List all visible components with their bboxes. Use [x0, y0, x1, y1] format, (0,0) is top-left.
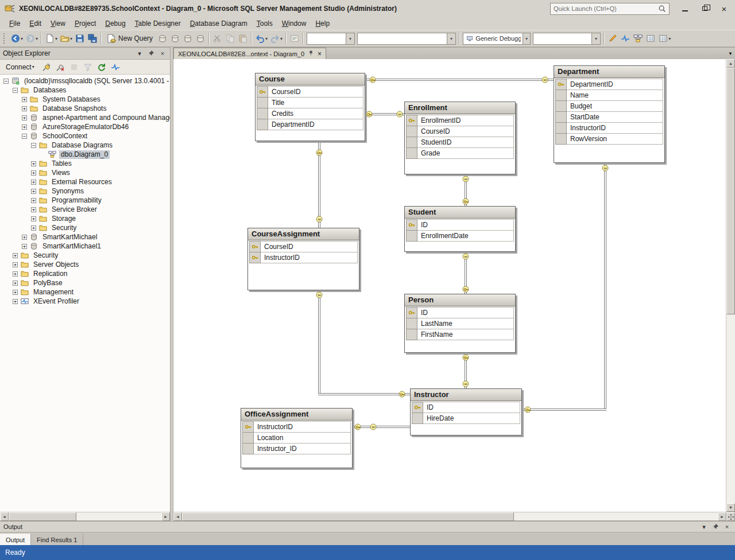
combo-dropdown-icon[interactable]: ▾: [591, 33, 600, 44]
diagram-table-courseassignment[interactable]: CourseAssignmentCourseIDInstructorID: [247, 228, 359, 290]
collapse-minus-icon[interactable]: −: [31, 143, 36, 148]
activity-monitor-icon[interactable]: [619, 32, 632, 45]
column-row[interactable]: EnrollmentDate: [406, 230, 514, 242]
document-list-chevron-icon[interactable]: ▼: [726, 51, 735, 56]
new-diagram-icon[interactable]: [632, 32, 644, 45]
debug-target-combo[interactable]: ▾: [533, 33, 601, 45]
tree-item-server-objects[interactable]: +Server Objects: [0, 260, 170, 269]
dropdown-caret-icon[interactable]: ▾: [55, 36, 57, 41]
diagram-canvas[interactable]: CourseCourseIDTitleCreditsDepartmentIDDe…: [173, 59, 726, 512]
column-row[interactable]: FirstName: [406, 329, 514, 340]
column-row[interactable]: RowVersion: [555, 133, 663, 145]
tree-item-databases[interactable]: −Databases: [0, 85, 170, 95]
filter-icon[interactable]: [82, 61, 94, 73]
tree-item-smartkartmichael[interactable]: +SmartKartMichael: [0, 232, 170, 242]
copy-icon[interactable]: [224, 32, 237, 45]
tree-item-external-resources[interactable]: +External Resources: [0, 177, 170, 186]
pin-icon[interactable]: [146, 49, 156, 58]
tree-item-views[interactable]: +Views: [0, 168, 170, 177]
tree-item-smartkartmichael1[interactable]: +SmartKartMichael1: [0, 242, 170, 251]
diagram-table-enrollment[interactable]: EnrollmentEnrollmentIDCourseIDStudentIDG…: [404, 102, 516, 174]
expand-plus-icon[interactable]: +: [22, 235, 27, 240]
relationship-line-course-department[interactable]: [365, 79, 554, 81]
column-row[interactable]: Location: [242, 432, 351, 444]
menu-tools[interactable]: Tools: [252, 18, 277, 29]
table-title[interactable]: CourseAssignment: [248, 228, 359, 240]
expand-plus-icon[interactable]: +: [22, 97, 27, 102]
expand-plus-icon[interactable]: +: [13, 271, 18, 277]
diagram-table-course[interactable]: CourseCourseIDTitleCreditsDepartmentID: [255, 73, 365, 141]
close-icon[interactable]: ×: [722, 522, 732, 531]
menu-project[interactable]: Project: [70, 18, 100, 29]
column-row[interactable]: CourseID: [257, 86, 363, 98]
refresh-icon[interactable]: [95, 61, 108, 73]
window-position-chevron-icon[interactable]: ▾: [135, 49, 144, 58]
expand-plus-icon[interactable]: +: [13, 281, 18, 286]
scroll-right-icon[interactable]: ►: [161, 512, 170, 521]
combo-dropdown-icon[interactable]: ▾: [447, 33, 455, 44]
menu-database-diagram[interactable]: Database Diagram: [185, 18, 252, 29]
results-grid-icon[interactable]: [644, 32, 657, 45]
column-row[interactable]: HireDate: [412, 413, 520, 424]
tree-item-database-snapshots[interactable]: +Database Snapshots: [0, 104, 170, 113]
new-query-button[interactable]: New Query: [103, 33, 156, 44]
column-row[interactable]: DepartmentID: [555, 79, 663, 90]
column-row[interactable]: ID: [406, 307, 514, 318]
tab-output[interactable]: Output: [0, 534, 31, 546]
pin-icon[interactable]: [308, 50, 314, 57]
table-title[interactable]: Department: [554, 66, 664, 78]
new-project-icon[interactable]: [44, 32, 56, 45]
tree-item-security[interactable]: +Security: [0, 251, 170, 260]
tree-item-azurestorageemulatordb46[interactable]: +AzureStorageEmulatorDb46: [0, 122, 170, 131]
dropdown-caret-icon[interactable]: ▾: [70, 36, 72, 41]
expand-plus-icon[interactable]: +: [13, 299, 18, 304]
paste-icon[interactable]: [237, 32, 249, 45]
expand-plus-icon[interactable]: +: [31, 198, 36, 203]
tree-item-management[interactable]: +Management: [0, 287, 170, 297]
combo-dropdown-icon[interactable]: ▾: [523, 33, 530, 44]
column-row[interactable]: LastName: [406, 318, 514, 329]
column-row[interactable]: CourseID: [406, 126, 514, 137]
column-row[interactable]: CourseID: [249, 241, 358, 252]
scroll-left-icon[interactable]: ◄: [0, 512, 9, 521]
new-dax-query-icon[interactable]: [194, 32, 207, 45]
script-icon[interactable]: [288, 32, 301, 45]
quick-launch-input[interactable]: Quick Launch (Ctrl+Q): [550, 3, 670, 15]
column-row[interactable]: ID: [406, 219, 514, 231]
close-button[interactable]: ×: [714, 1, 734, 16]
properties-grid-icon[interactable]: [657, 32, 670, 45]
expand-plus-icon[interactable]: +: [31, 207, 36, 212]
tree-item-security[interactable]: +Security: [0, 223, 170, 232]
column-row[interactable]: ID: [412, 402, 520, 413]
column-row[interactable]: EnrollmentID: [406, 115, 514, 126]
tree-item-dbo-diagram-0[interactable]: dbo.Diagram_0: [0, 150, 170, 159]
tree-item-polybase[interactable]: +PolyBase: [0, 278, 170, 287]
nav-back-icon[interactable]: [9, 32, 22, 45]
scrollbar-thumb[interactable]: [182, 512, 514, 521]
save-all-icon[interactable]: [86, 32, 99, 45]
redo-icon[interactable]: [269, 32, 281, 45]
table-title[interactable]: Person: [405, 294, 515, 306]
scroll-down-icon[interactable]: ▼: [726, 503, 735, 512]
debugger-combo[interactable]: Generic Debugger▾: [463, 33, 531, 45]
diagram-table-instructor[interactable]: InstructorIDHireDate: [410, 388, 522, 435]
diagram-hscrollbar[interactable]: ◄ ►: [173, 512, 735, 520]
nav-forward-icon[interactable]: [24, 32, 37, 45]
column-row[interactable]: StartDate: [555, 111, 663, 123]
pin-icon[interactable]: [711, 522, 720, 531]
activity-icon[interactable]: [109, 61, 122, 73]
toolbar-grip[interactable]: [3, 33, 6, 44]
collapse-minus-icon[interactable]: −: [22, 134, 27, 139]
dropdown-caret-icon[interactable]: ▾: [21, 36, 23, 41]
column-row[interactable]: InstructorID: [249, 252, 358, 263]
object-explorer-hscrollbar[interactable]: ◄ ►: [0, 512, 170, 520]
tree-item-programmability[interactable]: +Programmability: [0, 196, 170, 205]
connect-button[interactable]: Connect ▾: [2, 61, 39, 73]
relationship-line-courseassignment-instructor[interactable]: [318, 393, 410, 395]
tree-item-service-broker[interactable]: +Service Broker: [0, 205, 170, 214]
tree-item-synonyms[interactable]: +Synonyms: [0, 186, 170, 196]
stop-icon[interactable]: [68, 61, 80, 73]
expand-plus-icon[interactable]: +: [22, 115, 27, 120]
expand-plus-icon[interactable]: +: [22, 244, 27, 249]
column-row[interactable]: Instructor_ID: [242, 443, 351, 454]
